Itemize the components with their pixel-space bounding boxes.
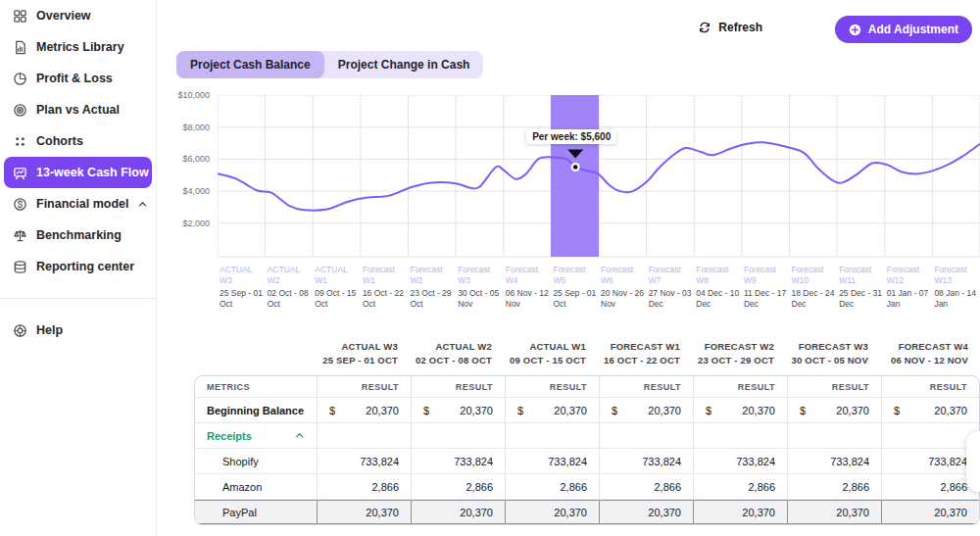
currency-symbol: $: [329, 405, 335, 416]
week-dates: 11 Dec - 17 Dec: [744, 288, 788, 310]
chart-plot[interactable]: Per week: $5,600: [218, 95, 980, 258]
result-header: RESULT: [411, 376, 505, 397]
refresh-button[interactable]: Refresh: [698, 21, 762, 34]
x-tick-forecast-w7: Forecast W727 Nov - 03 Dec: [647, 265, 695, 310]
help-ring-icon: [12, 322, 27, 338]
table-cell: 733,824: [599, 449, 693, 473]
sidebar-item-label: Benchmarking: [36, 228, 122, 242]
table-row-shopify[interactable]: Shopify733,824733,824733,824733,824733,8…: [195, 448, 979, 473]
table-cell: 733,824: [693, 449, 787, 473]
table-cell: [881, 423, 979, 448]
week-dates: 20 Nov - 26 Nov: [601, 288, 645, 310]
table-header-row: METRICSRESULTRESULTRESULTRESULTRESULTRES…: [195, 376, 979, 397]
sidebar-item-profit-loss[interactable]: Profit & Loss: [4, 63, 152, 94]
cell-value: 20,370: [366, 405, 399, 416]
cell-value: 20,370: [648, 405, 681, 416]
metric-label-receipts[interactable]: Receipts: [195, 423, 317, 448]
add-adjustment-button[interactable]: Add Adjustment: [835, 16, 972, 43]
table-cell: $20,370: [881, 398, 979, 422]
document-icon: [12, 39, 27, 55]
table-column-header-actual-w2: ACTUAL W202 OCT - 08 OCT: [410, 340, 504, 368]
table-cell: 2,866: [411, 474, 505, 499]
y-tick-label: $8,000: [182, 122, 210, 132]
table-cell: $20,370: [317, 398, 411, 422]
table-cell: $20,370: [693, 398, 787, 422]
table-cell: 20,370: [411, 500, 505, 524]
board-chart-icon: [12, 165, 27, 180]
chevron-up-icon[interactable]: [294, 430, 305, 441]
table-scroll-affordance[interactable]: [966, 431, 980, 492]
result-header: RESULT: [693, 376, 787, 397]
sidebar-item-metrics-library[interactable]: Metrics Library: [4, 31, 152, 63]
table-cell: 2,866: [787, 474, 881, 499]
x-tick-forecast-w3: Forecast W330 Oct - 05 Nov: [456, 265, 504, 310]
table-column-header-forecast-w3: FORECAST W330 OCT - 05 NOV: [786, 340, 880, 368]
scales-icon: [12, 227, 27, 243]
tab-project-change-in-cash[interactable]: Project Change in Cash: [324, 51, 484, 78]
currency-symbol: $: [894, 405, 900, 416]
sidebar-item-benchmarking[interactable]: Benchmarking: [4, 219, 152, 251]
metric-label: Amazon: [222, 481, 262, 493]
week-name: Forecast W2: [411, 265, 455, 286]
column-name: ACTUAL W1: [529, 341, 586, 352]
week-dates: 06 Nov - 12 Nov: [506, 288, 550, 310]
sidebar-item-label: Financial model: [36, 197, 128, 211]
column-dates: 25 SEP - 01 OCT: [322, 355, 398, 365]
chevron-up-icon[interactable]: [137, 199, 148, 210]
add-adjustment-label: Add Adjustment: [868, 23, 958, 36]
table-cell: 733,824: [505, 449, 599, 473]
table-column-header-forecast-w1: FORECAST W116 OCT - 22 OCT: [598, 340, 692, 368]
column-name: FORECAST W1: [611, 341, 680, 352]
week-dates: 30 Oct - 05 Nov: [458, 288, 502, 310]
table-cell: $20,370: [505, 398, 599, 422]
table-cell: 20,370: [881, 500, 979, 524]
table-row-receipts[interactable]: Receipts: [195, 422, 979, 448]
sidebar-item-help[interactable]: Help: [4, 315, 152, 346]
week-name: Forecast W3: [458, 265, 502, 286]
sidebar-item-financial-model[interactable]: Financial model: [4, 188, 152, 219]
table-column-header-forecast-w4: FORECAST W406 NOV - 12 NOV: [880, 340, 980, 368]
sidebar-item-cohorts[interactable]: Cohorts: [4, 125, 152, 157]
cell-value: 20,370: [934, 405, 967, 416]
sidebar-item-label: Metrics Library: [36, 40, 124, 54]
table-cell: [693, 423, 787, 448]
metric-label: Receipts: [207, 430, 252, 442]
week-name: Forecast W13: [934, 265, 978, 286]
table-column-header-actual-w3: ACTUAL W325 SEP - 01 OCT: [316, 340, 410, 368]
y-tick-label: $10,000: [177, 90, 210, 100]
metric-label: Beginning Balance: [207, 405, 304, 416]
sidebar-item-label: Cohorts: [36, 134, 83, 148]
x-tick-forecast-w10: Forecast W1018 Dec - 24 Dec: [790, 265, 838, 310]
table-row-paypal[interactable]: PayPal20,37020,37020,37020,37020,37020,3…: [195, 499, 979, 524]
sidebar-item-plan-vs-actual[interactable]: Plan vs Actual: [4, 94, 152, 125]
week-dates: 27 Nov - 03 Dec: [649, 288, 693, 310]
table-column-header-actual-w1: ACTUAL W109 OCT - 15 OCT: [504, 340, 598, 368]
table-cell: $20,370: [787, 398, 881, 422]
x-tick-forecast-w8: Forecast W804 Dec - 10 Dec: [694, 265, 742, 310]
currency-symbol: $: [517, 405, 523, 416]
table-row-amazon[interactable]: Amazon2,8662,8662,8662,8662,8662,8662,86…: [195, 473, 979, 499]
y-tick-label: $2,000: [182, 219, 210, 228]
sidebar-item-reporting-center[interactable]: Reporting center: [4, 251, 152, 282]
x-tick-forecast-w9: Forecast W911 Dec - 17 Dec: [742, 265, 790, 310]
table-cell: [411, 423, 505, 448]
table-row-beginning-balance[interactable]: Beginning Balance$20,370$20,370$20,370$2…: [195, 397, 979, 422]
topbar: Refresh Add Adjustment: [157, 0, 980, 59]
sidebar-nav: OverviewMetrics LibraryProfit & LossPlan…: [0, 0, 156, 282]
y-tick-label: $4,000: [182, 186, 210, 196]
sidebar-item-13-week-cash-flow[interactable]: 13-week Cash Flow: [4, 157, 152, 188]
table-cell: 733,824: [411, 449, 505, 473]
chart-tooltip: Per week: $5,600: [526, 129, 616, 144]
week-name: ACTUAL W1: [315, 265, 359, 286]
table-cell: $20,370: [411, 398, 505, 422]
week-name: Forecast W10: [792, 265, 836, 286]
column-name: FORECAST W4: [899, 341, 968, 352]
pie-icon: [12, 71, 27, 86]
x-tick-forecast-w2: Forecast W223 Oct - 29 Oct: [409, 265, 457, 310]
week-dates: 25 Sep - 01 Oct: [220, 288, 264, 310]
table-cell: 733,824: [787, 449, 881, 473]
sidebar-item-overview[interactable]: Overview: [4, 0, 152, 31]
week-dates: 08 Jan - 14 Jan: [934, 288, 978, 310]
sidebar-item-label: Plan vs Actual: [36, 103, 120, 117]
tab-project-cash-balance[interactable]: Project Cash Balance: [176, 51, 324, 78]
